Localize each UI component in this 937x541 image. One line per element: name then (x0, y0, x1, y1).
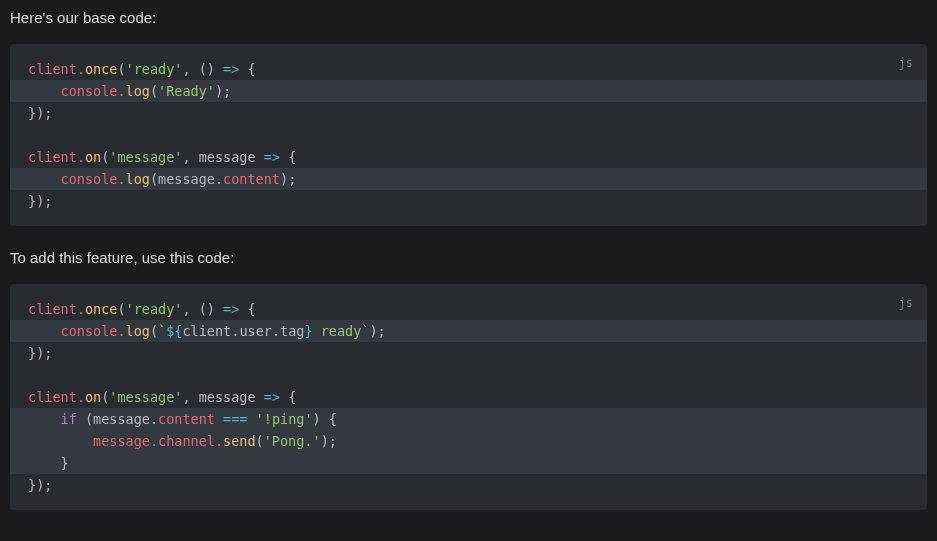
intro-text-1: Here's our base code: (10, 6, 927, 30)
code-line: client.once('ready', () => { (10, 298, 927, 320)
code-block-feature: js client.once('ready', () => { console.… (10, 284, 927, 510)
intro-text-2: To add this feature, use this code: (10, 246, 927, 270)
code-line-highlight: console.log(`${client.user.tag} ready`); (10, 320, 927, 342)
language-tag: js (899, 292, 913, 314)
code-line-highlight: message.channel.send('Pong.'); (10, 430, 927, 452)
code-line-blank (10, 364, 927, 386)
code-line-blank (10, 124, 927, 146)
code-line: client.once('ready', () => { (10, 58, 927, 80)
code-block-base: js client.once('ready', () => { console.… (10, 44, 927, 226)
code-line: }); (10, 102, 927, 124)
code-line-highlight: if (message.content === '!ping') { (10, 408, 927, 430)
code-line-highlight: } (10, 452, 927, 474)
code-line: }); (10, 342, 927, 364)
code-line: }); (10, 474, 927, 496)
code-line: client.on('message', message => { (10, 386, 927, 408)
code-line-highlight: console.log('Ready'); (10, 80, 927, 102)
code-line-highlight: console.log(message.content); (10, 168, 927, 190)
language-tag: js (899, 52, 913, 74)
code-line: }); (10, 190, 927, 212)
code-line: client.on('message', message => { (10, 146, 927, 168)
